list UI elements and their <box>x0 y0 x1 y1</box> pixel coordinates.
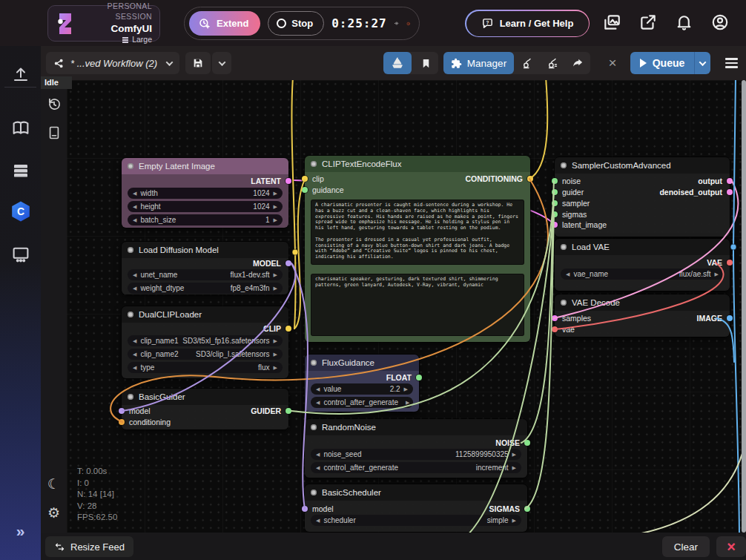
widget-left-arrow[interactable]: ◀ <box>566 271 570 277</box>
node-header[interactable]: BasicScheduler <box>305 484 527 501</box>
gallery-icon[interactable] <box>602 13 621 32</box>
slot-dot[interactable] <box>552 315 558 321</box>
collapse-dot[interactable] <box>128 312 133 317</box>
widget-right-arrow[interactable]: ▶ <box>512 452 516 458</box>
slot-dot[interactable] <box>302 506 308 512</box>
node-header[interactable]: SamplerCustomAdvanced <box>555 157 730 174</box>
widget-right-arrow[interactable]: ▶ <box>274 338 277 344</box>
widget-left-arrow[interactable]: ◀ <box>133 191 136 197</box>
node-basic-guider[interactable]: BasicGuidermodelconditioningGUIDER <box>121 388 289 430</box>
node-header[interactable]: Load VAE <box>555 239 730 255</box>
output-slot-noise[interactable]: NOISE <box>495 438 530 448</box>
slot-dot[interactable] <box>285 408 291 414</box>
node-dual-clip-loader[interactable]: DualCLIPLoaderCLIP◀clip_name1SD3/t5xl_fp… <box>121 306 289 379</box>
widget-right-arrow[interactable]: ▶ <box>274 191 277 197</box>
collapse-dot[interactable] <box>561 162 567 168</box>
output-slot-vae[interactable]: VAE <box>707 257 733 268</box>
collapse-dot[interactable] <box>128 394 133 400</box>
output-slot-float[interactable]: FLOAT <box>386 372 422 383</box>
widget-left-arrow[interactable]: ◀ <box>316 452 320 458</box>
widget-right-arrow[interactable]: ▶ <box>274 352 277 358</box>
widget-batch_size[interactable]: ◀batch_size1▶ <box>128 214 283 225</box>
input-slot-guider[interactable]: guider <box>552 187 584 197</box>
widget-control_after_generate[interactable]: ◀control_after_generateincrement▶ <box>311 462 521 473</box>
collapse-dot[interactable] <box>311 424 317 430</box>
widget-left-arrow[interactable]: ◀ <box>133 286 136 291</box>
node-header[interactable]: CLIPTextEncodeFlux <box>305 156 530 172</box>
vertical-scrollbar[interactable] <box>742 80 746 533</box>
share-workflow-button[interactable] <box>566 52 590 74</box>
node-header[interactable]: Empty Latent Image <box>122 158 288 174</box>
input-slot-vae[interactable]: vae <box>552 324 575 335</box>
logs-icon[interactable] <box>47 125 62 140</box>
slot-dot[interactable] <box>552 211 558 217</box>
desktop-feed-icon[interactable] <box>11 245 30 263</box>
slot-dot[interactable] <box>552 222 558 228</box>
eye-icon[interactable] <box>395 17 399 30</box>
output-slot-sigmas[interactable]: SIGMAS <box>489 504 530 514</box>
node-header[interactable]: VAE Decode <box>555 294 730 311</box>
output-slot-guider[interactable]: GUIDER <box>251 406 291 416</box>
node-graph-canvas[interactable]: Empty Latent ImageLATENT◀width1024▶◀heig… <box>67 80 742 533</box>
upload-icon[interactable] <box>12 65 30 83</box>
history-icon[interactable] <box>46 96 62 112</box>
widget-control_after_generate[interactable]: ◀control_after_generate▶ <box>311 397 413 408</box>
slot-dot[interactable] <box>727 315 733 321</box>
widget-left-arrow[interactable]: ◀ <box>316 386 320 392</box>
node-header[interactable]: RandomNoise <box>305 419 527 435</box>
widget-left-arrow[interactable]: ◀ <box>316 518 320 524</box>
widget-unet_name[interactable]: ◀unet_nameflux1-dev.sft▶ <box>128 269 283 280</box>
slot-dot[interactable] <box>727 189 733 195</box>
resize-feed-button[interactable]: Resize Feed <box>45 536 133 557</box>
widget-right-arrow[interactable]: ▶ <box>274 272 277 278</box>
input-slot-sigmas[interactable]: sigmas <box>552 209 587 220</box>
slot-dot[interactable] <box>119 419 125 425</box>
widget-left-arrow[interactable]: ◀ <box>316 465 320 471</box>
node-header[interactable]: Load Diffusion Model <box>122 242 288 258</box>
widget-right-arrow[interactable]: ▶ <box>274 286 277 291</box>
widget-right-arrow[interactable]: ▶ <box>274 217 277 223</box>
widget-right-arrow[interactable]: ▶ <box>406 400 409 406</box>
widget-noise_seed[interactable]: ◀noise_seed1125899950325▶ <box>311 449 521 460</box>
workflow-tab[interactable]: * ...ved Workflow (2) <box>46 52 179 74</box>
workflows-gallery-button[interactable] <box>383 52 412 74</box>
slot-dot[interactable] <box>552 200 558 206</box>
widget-right-arrow[interactable]: ▶ <box>512 465 516 471</box>
external-link-icon[interactable] <box>638 13 658 32</box>
prompt-textarea[interactable]: charismatic speaker, gesturing, dark tex… <box>311 274 524 336</box>
slot-dot[interactable] <box>119 408 125 414</box>
menu-button[interactable] <box>719 52 743 74</box>
collapse-dot[interactable] <box>311 161 317 167</box>
widget-left-arrow[interactable]: ◀ <box>133 217 136 223</box>
widget-value[interactable]: ◀value2.2▶ <box>311 383 413 395</box>
widget-left-arrow[interactable]: ◀ <box>316 400 320 406</box>
save-workflow-button[interactable] <box>185 52 211 74</box>
widget-left-arrow[interactable]: ◀ <box>133 272 136 278</box>
input-slot-model[interactable]: model <box>119 406 151 416</box>
collapse-dot[interactable] <box>128 247 133 253</box>
input-slot-model[interactable]: model <box>302 504 334 514</box>
slot-dot[interactable] <box>285 260 291 266</box>
collapse-dot[interactable] <box>561 300 567 306</box>
widget-scheduler[interactable]: ◀schedulersimple▶ <box>311 515 521 526</box>
widget-height[interactable]: ◀height1024▶ <box>128 201 283 212</box>
input-slot-guidance[interactable]: guidance <box>302 185 344 195</box>
node-header[interactable]: FluxGuidance <box>305 355 419 371</box>
widget-vae_name[interactable]: ◀vae_nameflux/ae.sft▶ <box>561 269 724 280</box>
node-basic-scheduler[interactable]: BasicSchedulermodelSIGMAS◀schedulersimpl… <box>304 484 528 533</box>
settings-gear-icon[interactable]: ⚙ <box>47 506 60 520</box>
widget-left-arrow[interactable]: ◀ <box>133 352 136 358</box>
widget-left-arrow[interactable]: ◀ <box>133 338 136 344</box>
slot-dot[interactable] <box>302 176 308 182</box>
widget-left-arrow[interactable]: ◀ <box>133 204 136 210</box>
input-slot-latent_image[interactable]: latent_image <box>552 220 607 230</box>
node-header[interactable]: BasicGuider <box>122 389 288 405</box>
account-icon[interactable] <box>710 13 730 32</box>
manager-button[interactable]: Manager <box>443 52 514 74</box>
comfyui-logo-icon[interactable]: C <box>10 200 32 223</box>
extend-button[interactable]: Extend <box>189 11 260 36</box>
node-flux-guidance[interactable]: FluxGuidanceFLOAT◀value2.2▶◀control_afte… <box>304 354 420 412</box>
session-card[interactable]: PERSONAL SESSION ComfyUI Large <box>47 5 160 42</box>
collapse-dot[interactable] <box>561 244 567 250</box>
slot-dot[interactable] <box>527 176 533 182</box>
